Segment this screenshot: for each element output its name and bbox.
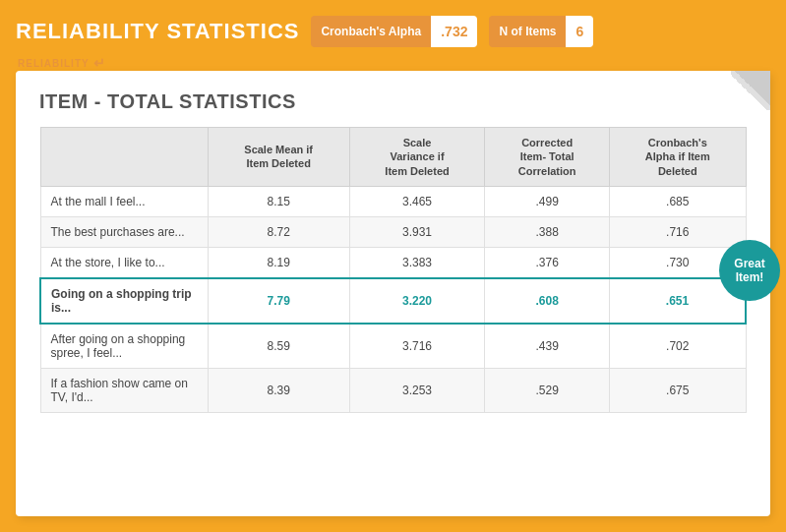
col-header-scale-mean: Scale Mean ifItem Deleted	[208, 128, 349, 187]
row-label: The best purchases are...	[40, 216, 208, 247]
row-label: At the mall I feel...	[40, 186, 208, 216]
table-header-row: Scale Mean ifItem Deleted ScaleVariance …	[40, 128, 746, 187]
col-header-corrected-item: CorrectedItem- TotalCorrelation	[485, 128, 610, 187]
table-row: Going on a shopping trip is...7.793.220.…	[40, 278, 746, 324]
row-scale-mean: 8.72	[208, 216, 349, 247]
row-scale-variance: 3.253	[349, 368, 484, 412]
col-header-scale-variance: ScaleVariance ifItem Deleted	[349, 128, 484, 187]
reliability-arrow-icon: ↵	[93, 55, 105, 71]
statistics-table: Scale Mean ifItem Deleted ScaleVariance …	[39, 127, 747, 413]
row-label: At the store, I like to...	[40, 247, 208, 278]
n-of-items-value: 6	[566, 16, 593, 47]
row-corrected-item: .388	[485, 216, 610, 247]
row-cronbach-alpha: .675	[610, 368, 746, 412]
row-scale-mean: 8.19	[208, 247, 349, 278]
row-cronbach-alpha: .685	[610, 186, 746, 216]
n-of-items-badge: N of Items 6	[489, 16, 593, 47]
row-scale-variance: 3.716	[349, 324, 484, 369]
table-wrapper: Scale Mean ifItem Deleted ScaleVariance …	[39, 127, 747, 413]
cronbach-alpha-badge: Cronbach's Alpha .732	[311, 16, 477, 47]
row-scale-variance: 3.465	[349, 186, 484, 216]
row-scale-mean: 8.39	[208, 368, 349, 412]
cronbach-alpha-value: .732	[431, 16, 477, 47]
statistics-card: ITEM - TOTAL STATISTICS Scale Mean ifIte…	[16, 71, 770, 516]
row-scale-mean: 8.15	[208, 186, 349, 216]
table-row: At the mall I feel...8.153.465.499.685	[40, 186, 746, 216]
reliability-label: RELIABILITY	[18, 58, 90, 69]
row-cronbach-alpha: .716	[610, 216, 746, 247]
row-cronbach-alpha: .702	[610, 324, 746, 369]
card-title: ITEM - TOTAL STATISTICS	[39, 90, 747, 113]
table-row: If a fashion show came on TV, I'd...8.39…	[40, 368, 746, 412]
table-row: The best purchases are...8.723.931.388.7…	[40, 216, 746, 247]
row-scale-variance: 3.383	[349, 247, 484, 278]
row-scale-mean: 7.79	[208, 278, 349, 324]
table-row: At the store, I like to...8.193.383.376.…	[40, 247, 746, 278]
row-corrected-item: .499	[485, 186, 610, 216]
page-title: RELIABILITY STATISTICS	[16, 19, 299, 44]
row-label: After going on a shopping spree, I feel.…	[40, 324, 208, 369]
great-item-badge: Great Item!	[719, 240, 780, 301]
col-header-cronbach-alpha: Cronbach'sAlpha if ItemDeleted	[610, 128, 746, 187]
row-corrected-item: .439	[485, 324, 610, 369]
row-label: Going on a shopping trip is...	[40, 278, 208, 324]
row-scale-variance: 3.931	[349, 216, 484, 247]
n-of-items-label: N of Items	[489, 16, 566, 47]
row-scale-mean: 8.59	[208, 324, 349, 369]
row-corrected-item: .529	[485, 368, 610, 412]
row-corrected-item: .376	[485, 247, 610, 278]
row-corrected-item: .608	[485, 278, 610, 324]
col-header-item	[40, 128, 208, 187]
row-label: If a fashion show came on TV, I'd...	[40, 368, 208, 412]
header: RELIABILITY STATISTICS Cronbach's Alpha …	[16, 16, 770, 71]
cronbach-alpha-label: Cronbach's Alpha	[311, 16, 431, 47]
table-row: After going on a shopping spree, I feel.…	[40, 324, 746, 369]
row-scale-variance: 3.220	[349, 278, 484, 324]
